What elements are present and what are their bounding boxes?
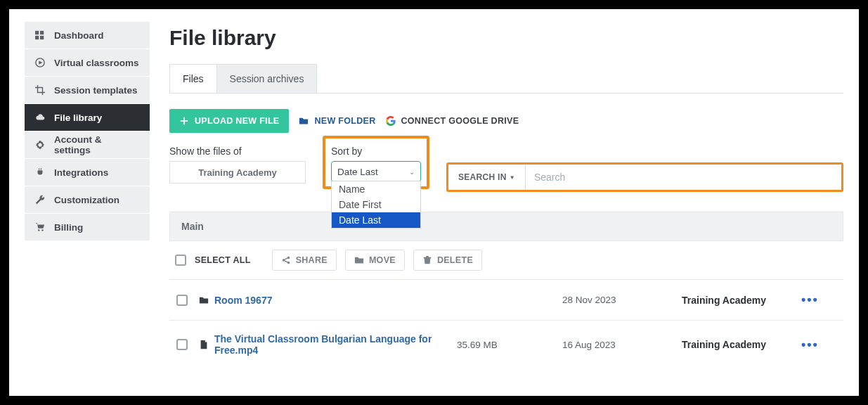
search-scope-label: SEARCH IN xyxy=(458,172,507,182)
row-owner: Training Academy xyxy=(682,295,801,306)
select-value: Training Academy xyxy=(198,167,277,178)
row-date: 28 Nov 2023 xyxy=(562,295,682,305)
table-row: Room 19677 28 Nov 2023 Training Academy … xyxy=(169,279,843,320)
sidebar-item-label: Session templates xyxy=(54,85,138,96)
row-owner: Training Academy xyxy=(682,339,801,350)
show-files-of-block: Show the files of Training Academy xyxy=(169,146,306,184)
trash-icon xyxy=(422,255,432,265)
search-block: SEARCH IN ▼ xyxy=(446,162,843,192)
svg-marker-5 xyxy=(39,60,42,64)
row-date: 16 Aug 2023 xyxy=(562,340,682,350)
button-label: UPLOAD NEW FILE xyxy=(195,116,279,126)
sidebar-item-label: Account & settings xyxy=(54,134,140,155)
button-label: DELETE xyxy=(437,255,473,265)
sidebar-item-label: Customization xyxy=(54,195,119,205)
sidebar-item-label: Integrations xyxy=(54,167,108,178)
sidebar-item-account-settings[interactable]: Account & settings xyxy=(25,131,150,159)
plug-icon xyxy=(34,167,46,177)
main-content: File library Files Session archives UPLO… xyxy=(169,22,843,389)
show-files-of-select[interactable]: Training Academy xyxy=(169,161,306,184)
row-more-button[interactable]: ••• xyxy=(801,292,836,307)
tabs: Files Session archives xyxy=(169,64,843,94)
sort-by-block: Sort by Date Last ⌄ Name Date First Date… xyxy=(323,136,429,189)
row-more-button[interactable]: ••• xyxy=(801,338,836,352)
tab-session-archives[interactable]: Session archives xyxy=(216,64,318,93)
new-folder-button[interactable]: NEW FOLDER xyxy=(299,116,375,126)
play-circle-icon xyxy=(34,58,46,68)
sidebar-item-billing[interactable]: Billing xyxy=(25,214,150,241)
button-label: MOVE xyxy=(369,255,396,265)
select-all-label: SELECT ALL xyxy=(195,255,251,265)
cloud-icon xyxy=(34,112,46,122)
sort-by-dropdown: Name Date First Date Last xyxy=(331,181,421,229)
svg-point-6 xyxy=(38,229,39,231)
sort-by-select[interactable]: Date Last ⌄ xyxy=(331,161,421,182)
upload-new-file-button[interactable]: UPLOAD NEW FILE xyxy=(169,109,289,133)
grid-icon xyxy=(34,30,46,40)
sidebar-item-dashboard[interactable]: Dashboard xyxy=(25,22,150,49)
search-input[interactable] xyxy=(526,165,841,190)
row-checkbox[interactable] xyxy=(176,295,188,306)
svg-rect-3 xyxy=(40,36,44,39)
row-name: The Virtual Classroom Bulgarian Language… xyxy=(214,333,457,356)
action-bar: UPLOAD NEW FILE NEW FOLDER CONNECT GOOGL… xyxy=(169,109,843,133)
google-icon xyxy=(386,116,396,126)
gear-icon xyxy=(34,140,46,150)
connect-google-drive-button[interactable]: CONNECT GOOGLE DRIVE xyxy=(386,116,519,126)
sidebar-item-label: Dashboard xyxy=(54,30,104,41)
bulk-action-row: SELECT ALL SHARE MOVE xyxy=(169,241,843,279)
breadcrumb[interactable]: Main xyxy=(169,212,843,241)
delete-button[interactable]: DELETE xyxy=(413,250,482,271)
page-title: File library xyxy=(169,26,843,50)
chevron-down-icon: ⌄ xyxy=(409,168,415,176)
row-name: Room 19677 xyxy=(214,295,272,306)
svg-rect-2 xyxy=(35,36,39,39)
button-label: CONNECT GOOGLE DRIVE xyxy=(401,116,519,126)
filter-row: Show the files of Training Academy Sort … xyxy=(169,146,843,192)
button-label: NEW FOLDER xyxy=(314,116,375,126)
sort-option-date-last[interactable]: Date Last xyxy=(332,212,420,228)
svg-rect-1 xyxy=(40,31,44,34)
sidebar: Dashboard Virtual classrooms Session tem… xyxy=(25,22,150,389)
svg-point-12 xyxy=(287,262,290,264)
show-files-of-label: Show the files of xyxy=(169,146,306,157)
table-row: The Virtual Classroom Bulgarian Language… xyxy=(169,320,843,368)
select-value: Date Last xyxy=(337,167,378,177)
wrench-icon xyxy=(34,195,46,205)
breadcrumb-root: Main xyxy=(181,221,204,232)
tab-files[interactable]: Files xyxy=(169,64,217,93)
sort-option-name[interactable]: Name xyxy=(332,181,420,197)
svg-point-10 xyxy=(282,259,285,262)
file-icon xyxy=(199,340,209,349)
folder-icon xyxy=(354,255,364,265)
svg-point-7 xyxy=(41,229,43,231)
row-name-link[interactable]: Room 19677 xyxy=(199,295,457,306)
sort-option-date-first[interactable]: Date First xyxy=(332,197,420,212)
crop-icon xyxy=(34,85,46,95)
sidebar-item-customization[interactable]: Customization xyxy=(25,186,150,214)
svg-point-11 xyxy=(287,257,290,259)
plus-icon xyxy=(179,116,189,126)
row-checkbox[interactable] xyxy=(176,339,188,350)
sidebar-item-label: File library xyxy=(54,112,102,123)
folder-icon xyxy=(299,116,309,126)
select-all-checkbox[interactable] xyxy=(175,255,186,266)
sidebar-item-integrations[interactable]: Integrations xyxy=(25,159,150,186)
cart-icon xyxy=(34,222,46,232)
sidebar-item-file-library[interactable]: File library xyxy=(25,104,150,131)
sort-by-label: Sort by xyxy=(331,146,421,157)
sidebar-item-virtual-classrooms[interactable]: Virtual classrooms xyxy=(25,49,150,77)
share-button[interactable]: SHARE xyxy=(272,250,337,271)
button-label: SHARE xyxy=(296,255,328,265)
caret-down-icon: ▼ xyxy=(510,174,515,181)
share-icon xyxy=(281,255,291,265)
row-name-link[interactable]: The Virtual Classroom Bulgarian Language… xyxy=(199,333,457,356)
sidebar-item-session-templates[interactable]: Session templates xyxy=(25,77,150,104)
sidebar-item-label: Billing xyxy=(54,222,83,233)
sidebar-item-label: Virtual classrooms xyxy=(54,58,139,68)
row-size: 35.69 MB xyxy=(457,340,562,350)
search-scope-button[interactable]: SEARCH IN ▼ xyxy=(448,165,526,190)
svg-rect-9 xyxy=(181,120,188,122)
svg-rect-0 xyxy=(35,31,39,34)
move-button[interactable]: MOVE xyxy=(345,250,405,271)
